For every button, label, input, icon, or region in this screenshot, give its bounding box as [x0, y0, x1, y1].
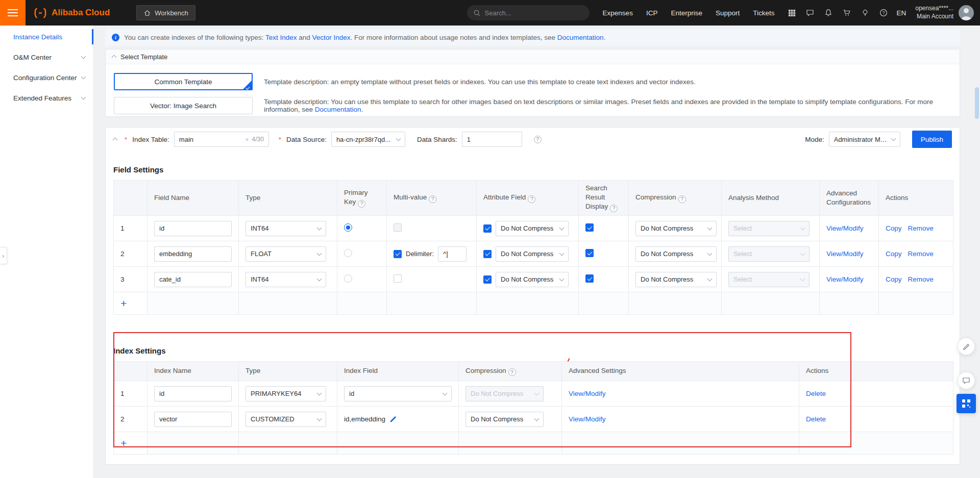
field-type-select[interactable]: INT64	[246, 221, 326, 236]
mode-select[interactable]: Administrator Mo...	[829, 132, 900, 147]
compression-select[interactable]: Do Not Compress	[635, 246, 717, 262]
nav-expenses[interactable]: Expenses	[603, 9, 633, 17]
attribute-field-checkbox[interactable]	[483, 224, 492, 233]
remove-link[interactable]: Remove	[908, 275, 934, 283]
feedback-edit-button[interactable]	[958, 338, 975, 355]
nav-support[interactable]: Support	[716, 9, 740, 17]
attribute-compression-select[interactable]: Do Not Compress	[496, 272, 569, 287]
primary-key-radio[interactable]	[344, 249, 352, 257]
analysis-method-select[interactable]: Select	[728, 221, 810, 236]
data-source-select[interactable]: ha-cn-zpr38r7qd...	[331, 132, 405, 147]
message-icon[interactable]	[806, 9, 814, 17]
hamburger-menu-icon[interactable]	[0, 0, 26, 26]
field-name-input[interactable]	[154, 272, 232, 287]
avatar[interactable]	[959, 5, 974, 20]
copy-link[interactable]: Copy	[886, 250, 902, 258]
index-compression-select[interactable]: Do Not Compress	[465, 386, 544, 401]
primary-key-radio[interactable]	[344, 223, 352, 232]
field-type-select[interactable]: INT64	[246, 272, 326, 287]
vertical-scrollbar-thumb[interactable]	[975, 87, 979, 119]
remove-link[interactable]: Remove	[908, 224, 934, 232]
workbench-button[interactable]: Workbench	[136, 5, 195, 20]
index-type-select[interactable]: PRIMARYKEY64	[246, 386, 326, 401]
apps-grid-icon[interactable]	[788, 9, 796, 17]
analysis-method-select[interactable]: Select	[728, 272, 810, 287]
vector-index-link[interactable]: Vector Index	[312, 34, 351, 41]
global-search[interactable]	[467, 5, 590, 20]
primary-key-radio[interactable]	[344, 274, 352, 283]
edit-pencil-icon[interactable]	[389, 415, 397, 423]
sidebar-item-extended-features[interactable]: Extended Features	[0, 88, 93, 108]
view-modify-link[interactable]: View/Modify	[569, 415, 606, 423]
remove-link[interactable]: Remove	[908, 250, 934, 258]
question-icon[interactable]: ?	[528, 195, 535, 203]
clear-icon[interactable]: ×	[245, 136, 249, 143]
vector-image-search-option[interactable]: Vector: Image Search	[114, 97, 253, 114]
compression-select[interactable]: Do Not Compress	[635, 272, 717, 287]
search-result-display-checkbox[interactable]	[585, 223, 594, 232]
lightbulb-icon[interactable]	[861, 9, 869, 17]
question-icon[interactable]: ?	[358, 200, 365, 208]
multi-value-checkbox[interactable]	[394, 223, 402, 232]
documentation-link[interactable]: Documentation	[315, 106, 361, 113]
language-switch[interactable]: EN	[897, 9, 906, 17]
collapse-chevron-icon[interactable]	[113, 138, 118, 143]
add-field-button[interactable]: +	[120, 298, 127, 309]
index-type-select[interactable]: CUSTOMIZED	[246, 412, 326, 427]
copy-link[interactable]: Copy	[886, 224, 902, 232]
documentation-link[interactable]: Documentation	[557, 34, 604, 41]
data-shards-input[interactable]	[462, 132, 522, 147]
publish-button[interactable]: Publish	[912, 131, 952, 148]
delete-link[interactable]: Delete	[806, 390, 826, 397]
support-chat-button[interactable]	[958, 372, 975, 389]
view-modify-link[interactable]: View/Modify	[569, 390, 606, 397]
search-input[interactable]	[485, 9, 583, 17]
question-icon[interactable]: ?	[429, 195, 436, 203]
attribute-field-checkbox[interactable]	[483, 250, 492, 258]
index-compression-select[interactable]: Do Not Compress	[465, 412, 544, 427]
view-modify-link[interactable]: View/Modify	[826, 275, 864, 283]
question-icon[interactable]: ?	[534, 136, 542, 143]
attribute-compression-select[interactable]: Do Not Compress	[496, 246, 569, 262]
attribute-field-checkbox[interactable]	[483, 275, 492, 284]
index-field-select[interactable]: id	[344, 386, 452, 401]
field-type-select[interactable]: FLOAT	[246, 246, 326, 262]
copy-link[interactable]: Copy	[886, 275, 902, 283]
sidebar-item-configuration-center[interactable]: Configuration Center	[0, 67, 93, 88]
index-table-input[interactable]	[179, 136, 242, 143]
left-panel-expander[interactable]: ›	[0, 247, 7, 264]
sidebar-item-instance-details[interactable]: Instance Details	[0, 27, 93, 47]
nav-tickets[interactable]: Tickets	[753, 9, 774, 17]
multi-value-checkbox[interactable]	[394, 274, 402, 283]
search-result-display-checkbox[interactable]	[585, 274, 594, 283]
delimiter-input[interactable]	[438, 246, 467, 262]
nav-enterprise[interactable]: Enterprise	[671, 9, 702, 17]
attribute-compression-select[interactable]: Do Not Compress	[496, 221, 569, 236]
alibaba-cloud-logo[interactable]: Alibaba Cloud	[33, 8, 110, 18]
select-template-header[interactable]: Select Template	[106, 49, 960, 64]
question-icon[interactable]: ?	[678, 195, 686, 203]
question-icon[interactable]: ?	[508, 368, 516, 376]
view-modify-link[interactable]: View/Modify	[826, 224, 864, 232]
question-icon[interactable]: ?	[610, 205, 618, 212]
nav-icp[interactable]: ICP	[646, 9, 658, 17]
account-info[interactable]: opensea****... Main Account	[915, 5, 953, 20]
assistant-button[interactable]	[957, 394, 976, 413]
common-template-option[interactable]: Common Template	[114, 73, 253, 90]
delete-link[interactable]: Delete	[806, 415, 826, 423]
view-modify-link[interactable]: View/Modify	[826, 250, 864, 258]
index-name-input[interactable]	[154, 386, 232, 401]
compression-select[interactable]: Do Not Compress	[635, 221, 717, 236]
search-result-display-checkbox[interactable]	[585, 249, 594, 257]
text-index-link[interactable]: Text Index	[265, 34, 297, 41]
sidebar-item-om-center[interactable]: O&M Center	[0, 47, 93, 67]
cart-icon[interactable]	[843, 9, 851, 17]
notification-bell-icon[interactable]	[824, 9, 832, 17]
field-name-input[interactable]	[154, 221, 232, 236]
add-index-button[interactable]: +	[120, 438, 127, 448]
multi-value-checkbox[interactable]	[394, 250, 402, 258]
help-icon[interactable]: ?	[879, 9, 888, 17]
field-name-input[interactable]	[154, 246, 232, 262]
analysis-method-select[interactable]: Select	[728, 246, 810, 262]
index-name-input[interactable]	[154, 412, 232, 427]
